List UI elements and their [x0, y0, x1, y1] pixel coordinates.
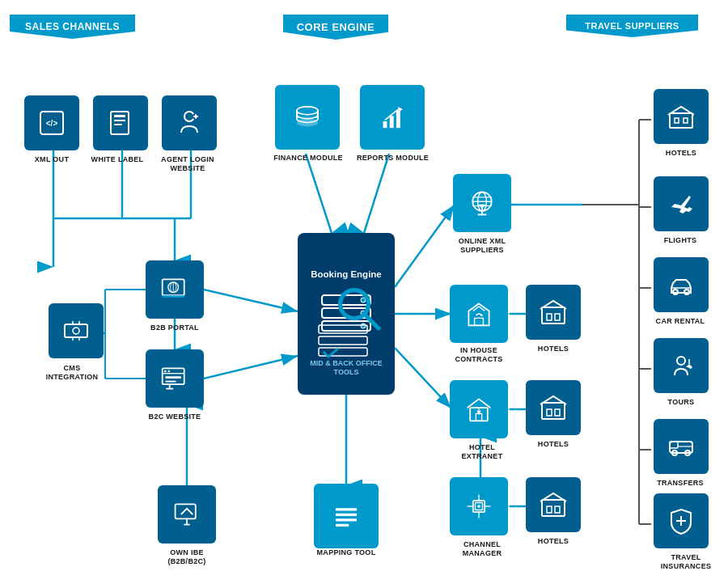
svg-point-62: [73, 328, 79, 334]
mapping-tool-box: [314, 484, 379, 548]
b2b-portal-label: B2B PORTAL: [142, 324, 208, 332]
tours-supplier-label: TOURS: [649, 398, 713, 407]
svg-line-91: [364, 314, 379, 329]
svg-line-19: [364, 154, 389, 233]
agent-login-label: AGENT LOGINWEBSITE: [152, 155, 223, 173]
mapping-tool-label: MAPPING TOOL: [299, 548, 393, 557]
flights-icon: [667, 189, 696, 218]
svg-rect-77: [390, 116, 394, 128]
svg-rect-122: [542, 500, 565, 516]
svg-point-111: [477, 505, 480, 508]
svg-rect-118: [555, 314, 560, 320]
in-house-icon: [464, 299, 493, 328]
own-ibe-icon: [172, 500, 201, 529]
flights-supplier-label: FLIGHTS: [646, 236, 714, 245]
online-xml-box: [453, 174, 511, 232]
agent-login-box: [162, 95, 217, 150]
channel-manager-icon: [464, 492, 493, 521]
channel-manager-label: CHANNELMANAGER: [442, 540, 523, 558]
channel-manager-box: [450, 477, 508, 535]
car-rental-icon: [667, 270, 696, 299]
car-rental-supplier-label: CAR RENTAL: [645, 317, 716, 326]
svg-rect-76: [383, 121, 387, 128]
cms-icon: [61, 316, 91, 345]
svg-point-73: [297, 107, 318, 115]
svg-rect-116: [542, 307, 565, 324]
agent-login-icon: [175, 108, 204, 137]
reports-icon: [378, 103, 407, 132]
tours-icon: [667, 351, 696, 380]
reports-module-label: REPORTS MODULE: [346, 154, 439, 163]
white-label-icon: [106, 108, 135, 137]
svg-rect-61: [65, 324, 87, 337]
svg-rect-58: [165, 381, 176, 383]
svg-text:</>: </>: [46, 119, 58, 128]
svg-rect-80: [336, 508, 357, 510]
hotel-1-icon: [539, 298, 568, 327]
in-house-contracts-box: [450, 285, 508, 343]
svg-rect-83: [336, 524, 349, 527]
xml-icon: </>: [37, 108, 66, 137]
svg-rect-103: [475, 318, 484, 325]
finance-icon: [293, 103, 322, 132]
cms-integration-label: CMSINTEGRATION: [36, 364, 108, 382]
svg-rect-67: [176, 504, 196, 518]
sales-channels-banner: SALES CHANNELS: [10, 15, 135, 39]
b2b-portal-box: [146, 260, 204, 319]
online-xml-icon: [468, 188, 497, 218]
hotel-extranet-label: HOTELEXTRANET: [442, 443, 522, 461]
hotel-3-icon: [539, 490, 568, 519]
reports-module-box: [360, 85, 425, 150]
tours-supplier-box: [654, 338, 709, 393]
online-xml-label: ONLINE XMLSUPPLIERS: [443, 237, 521, 255]
travel-insurances-supplier-label: TRAVELINSURANCES: [641, 553, 728, 571]
xml-out-box: </>: [24, 95, 79, 150]
b2c-website-box: [146, 349, 204, 408]
hotels-mid-3-label: HOTELS: [518, 537, 589, 546]
core-engine-label: CORE ENGINE: [297, 21, 375, 33]
travel-insurance-icon: [667, 506, 696, 535]
svg-rect-41: [114, 115, 125, 117]
hotels-supplier-box: [654, 89, 709, 144]
b2b-portal-icon: [160, 275, 189, 304]
svg-rect-81: [336, 514, 357, 516]
transfers-icon: [667, 432, 696, 461]
travel-insurances-supplier-box: [654, 493, 709, 548]
svg-line-18: [306, 154, 332, 233]
booking-engine-search-icon: [332, 281, 388, 338]
hotel-extranet-icon: [464, 395, 493, 424]
svg-rect-47: [195, 114, 197, 119]
transfers-supplier-box: [654, 419, 709, 474]
flights-supplier-box: [654, 176, 709, 231]
core-engine-banner: CORE ENGINE: [283, 15, 388, 40]
svg-line-17: [204, 356, 298, 379]
svg-marker-108: [476, 411, 480, 415]
hotels-mid-2-label: HOTELS: [518, 440, 589, 449]
booking-engine-box: [298, 233, 395, 395]
svg-rect-52: [163, 295, 184, 298]
finance-module-label: FINANCE MODULE: [260, 154, 356, 163]
hotels-mid-3-box: [526, 477, 581, 532]
svg-point-131: [677, 357, 685, 365]
svg-rect-124: [555, 506, 560, 513]
svg-line-16: [204, 290, 298, 311]
svg-rect-117: [547, 314, 552, 320]
transfers-supplier-label: TRANSFERS: [644, 479, 717, 488]
svg-rect-82: [336, 518, 357, 521]
svg-rect-43: [114, 124, 122, 125]
svg-rect-78: [396, 111, 400, 128]
svg-rect-42: [114, 120, 125, 121]
svg-rect-121: [555, 409, 560, 416]
xml-out-label: XML OUT: [16, 155, 87, 164]
svg-rect-125: [670, 113, 692, 128]
b2c-website-label: B2C WEBSITE: [141, 412, 209, 421]
svg-point-56: [167, 370, 170, 373]
own-ibe-label: OWN IBE(B2B/B2C): [148, 548, 226, 566]
b2c-website-icon: [160, 364, 189, 393]
travel-suppliers-banner: TRAVEL SUPPLIERS: [566, 15, 698, 37]
hotels-supplier-icon: [667, 102, 696, 131]
svg-rect-126: [675, 118, 679, 123]
hotel-extranet-box: [450, 380, 508, 438]
own-ibe-box: [158, 485, 216, 544]
hotels-mid-1-label: HOTELS: [518, 345, 589, 353]
